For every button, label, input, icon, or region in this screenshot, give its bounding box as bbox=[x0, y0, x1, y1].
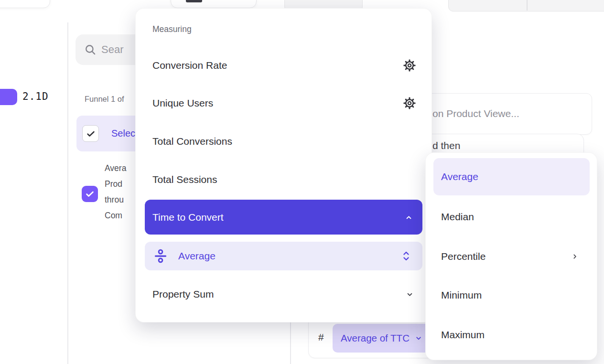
submenu-item-label: Median bbox=[441, 211, 474, 223]
metric-pill-button[interactable]: Average of TTC bbox=[333, 324, 434, 353]
top-right-segmented-control[interactable] bbox=[448, 0, 604, 11]
step-line: Avera bbox=[105, 161, 126, 176]
chevron-up-icon bbox=[405, 214, 413, 222]
select-all-label: Selec bbox=[111, 128, 135, 139]
submenu-item-maximum[interactable]: Maximum bbox=[426, 324, 597, 345]
menu-item-total-sessions[interactable]: Total Sessions bbox=[136, 169, 431, 190]
menu-item-label: Unique Users bbox=[152, 97, 213, 109]
menu-item-label: Conversion Rate bbox=[152, 60, 227, 71]
select-all-checkbox[interactable] bbox=[82, 125, 99, 142]
menu-item-label: Time to Convert bbox=[152, 212, 224, 223]
conversion-window-chip[interactable] bbox=[0, 89, 17, 105]
step-line: Com bbox=[105, 208, 126, 224]
gear-icon[interactable] bbox=[403, 97, 416, 109]
funnel-step-description: Avera Prod throu Com bbox=[105, 161, 126, 224]
menu-item-label: Total Sessions bbox=[152, 174, 217, 185]
left-panel-divider bbox=[67, 22, 68, 364]
step-line: throu bbox=[105, 192, 126, 208]
chevron-right-icon bbox=[571, 253, 579, 260]
menu-item-unique-users[interactable]: Unique Users bbox=[136, 93, 431, 114]
submenu-item-label: Average bbox=[441, 171, 478, 182]
menu-item-time-to-convert-selected[interactable]: Time to Convert bbox=[145, 200, 422, 235]
submenu-item-percentile[interactable]: Percentile bbox=[426, 246, 597, 267]
average-divide-icon bbox=[153, 249, 168, 263]
chevron-down-icon bbox=[406, 290, 414, 299]
menu-title: Measuring bbox=[152, 24, 192, 34]
chevron-up-down-icon bbox=[402, 250, 410, 262]
metric-pill-label: Average of TTC bbox=[341, 332, 410, 344]
menu-item-label: Total Conversions bbox=[152, 136, 232, 147]
search-icon bbox=[84, 43, 97, 56]
submenu-item-median[interactable]: Median bbox=[426, 206, 597, 227]
menu-item-property-sum[interactable]: Property Sum bbox=[136, 284, 431, 305]
app-canvas: Funnel 1 of Selec Avera Prod throu Com 2… bbox=[0, 0, 604, 364]
menu-item-total-conversions[interactable]: Total Conversions bbox=[136, 131, 431, 152]
funnel-step-checkbox[interactable] bbox=[82, 186, 98, 202]
chevron-down-icon bbox=[414, 334, 423, 343]
gear-icon[interactable] bbox=[403, 59, 416, 72]
menu-item-label: Average bbox=[178, 250, 216, 262]
menu-item-conversion-rate[interactable]: Conversion Rate bbox=[136, 55, 431, 76]
event-row-label: on Product Viewe... bbox=[432, 108, 519, 119]
submenu-item-average-selected[interactable]: Average bbox=[433, 158, 590, 195]
segment-divider bbox=[527, 0, 528, 11]
conversion-window-value: 2.1D bbox=[22, 91, 49, 102]
checkmark-icon bbox=[85, 189, 95, 199]
top-toolbar-partial-card bbox=[171, 0, 257, 8]
step-line: Prod bbox=[105, 176, 126, 192]
top-left-partial-card bbox=[0, 0, 50, 8]
checkmark-icon bbox=[86, 128, 96, 139]
submenu-item-label: Percentile bbox=[441, 251, 485, 262]
funnel-counter-label: Funnel 1 of bbox=[85, 95, 124, 104]
submenu-item-label: Maximum bbox=[441, 329, 485, 341]
measuring-dropdown-menu: Measuring Conversion Rate Unique bbox=[135, 8, 432, 322]
submenu-item-label: Minimum bbox=[441, 289, 482, 301]
submenu-item-minimum[interactable]: Minimum bbox=[426, 285, 597, 306]
numeric-type-symbol: # bbox=[318, 332, 324, 343]
toolbar-icon-fragment bbox=[186, 0, 202, 2]
menu-subitem-average[interactable]: Average bbox=[145, 242, 422, 270]
then-step-label: d then bbox=[432, 140, 460, 151]
aggregation-submenu: Average Median Percentile Minimum Maximu… bbox=[425, 152, 597, 360]
menu-item-label: Property Sum bbox=[152, 289, 214, 300]
